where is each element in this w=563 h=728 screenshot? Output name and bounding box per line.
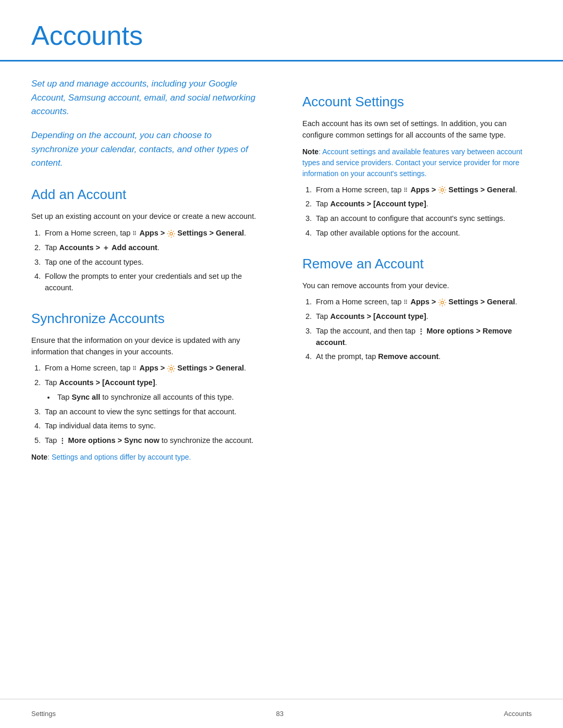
account-settings-intro: Each account has its own set of settings… xyxy=(302,118,532,141)
settings-icon-4 xyxy=(438,299,446,307)
remove-step-1: From a Home screen, tap ⠿ Apps > Setting… xyxy=(314,297,532,308)
acct-settings-step-3: Tap an account to configure that account… xyxy=(314,213,532,225)
apps-icon-2: ⠿ xyxy=(132,364,137,373)
section-title-add-account: Add an Account xyxy=(31,184,261,205)
remove-account-steps: From a Home screen, tap ⠿ Apps > Setting… xyxy=(302,297,532,363)
settings-icon-3 xyxy=(438,186,446,194)
apps-icon-4: ⠿ xyxy=(403,298,408,307)
more-options-icon: ⋮ xyxy=(59,436,66,446)
page-title: Accounts xyxy=(31,21,532,51)
section-title-sync-accounts: Synchronize Accounts xyxy=(31,309,261,329)
svg-point-3 xyxy=(441,301,444,304)
account-settings-steps: From a Home screen, tap ⠿ Apps > Setting… xyxy=(302,184,532,239)
apps-label: Apps > xyxy=(139,229,165,237)
section-title-remove-account: Remove an Account xyxy=(302,254,532,274)
more-options-icon-2: ⋮ xyxy=(418,326,424,337)
left-column: Set up and manage accounts, including yo… xyxy=(31,77,282,468)
remove-account-intro: You can remove accounts from your device… xyxy=(302,280,532,292)
add-account-steps: From a Home screen, tap ⠿ Apps > Setting… xyxy=(31,228,261,294)
add-account-step-1: From a Home screen, tap ⠿ Apps > Setting… xyxy=(43,228,261,239)
svg-point-0 xyxy=(170,232,173,235)
remove-step-3: Tap the account, and then tap ⋮ More opt… xyxy=(314,326,532,349)
add-icon: ＋ xyxy=(102,242,109,253)
footer-page-number: 83 xyxy=(276,709,284,719)
intro-para-1: Set up and manage accounts, including yo… xyxy=(31,77,261,118)
settings-icon xyxy=(167,229,175,238)
sync-step-1: From a Home screen, tap ⠿ Apps > Setting… xyxy=(43,363,261,374)
add-account-intro: Set up an existing account on your devic… xyxy=(31,211,261,223)
section-title-account-settings: Account Settings xyxy=(302,92,532,112)
account-settings-note: Note: Account settings and available fea… xyxy=(302,146,532,179)
acct-settings-step-1: From a Home screen, tap ⠿ Apps > Setting… xyxy=(314,184,532,196)
apps-icon-3: ⠿ xyxy=(403,186,408,195)
sync-step-5: Tap ⋮ More options > Sync now to synchro… xyxy=(43,435,261,447)
sync-accounts-intro: Ensure that the information on your devi… xyxy=(31,335,261,358)
add-account-step-3: Tap one of the account types. xyxy=(43,257,261,268)
sync-step-4: Tap individual data items to sync. xyxy=(43,421,261,432)
page-container: Accounts Set up and manage accounts, inc… xyxy=(0,0,563,728)
footer-right: Accounts xyxy=(504,709,532,719)
sync-step-3: Tap an account to view the sync settings… xyxy=(43,406,261,418)
sync-sub-item-1: Tap Sync all to synchronize all accounts… xyxy=(55,392,261,403)
apps-icon: ⠿ xyxy=(132,229,137,238)
page-header: Accounts xyxy=(0,0,563,61)
remove-step-2: Tap Accounts > [Account type]. xyxy=(314,311,532,323)
svg-point-1 xyxy=(170,367,173,370)
footer-left: Settings xyxy=(31,709,56,719)
right-column: Account Settings Each account has its ow… xyxy=(282,77,532,468)
svg-point-2 xyxy=(441,189,444,191)
acct-settings-step-4: Tap other available options for the acco… xyxy=(314,228,532,239)
add-account-step-4: Follow the prompts to enter your credent… xyxy=(43,271,261,294)
page-footer: Settings 83 Accounts xyxy=(0,699,563,729)
settings-icon-2 xyxy=(167,364,175,373)
sync-step-2: Tap Accounts > [Account type]. Tap Sync … xyxy=(43,377,261,403)
sync-sub-list: Tap Sync all to synchronize all accounts… xyxy=(45,392,261,403)
settings-general-label: Settings > General xyxy=(177,229,244,237)
add-account-label: Add account xyxy=(112,243,157,252)
acct-settings-step-2: Tap Accounts > [Account type]. xyxy=(314,199,532,210)
remove-step-4: At the prompt, tap Remove account. xyxy=(314,351,532,363)
intro-para-2: Depending on the account, you can choose… xyxy=(31,129,261,170)
content-columns: Set up and manage accounts, including yo… xyxy=(0,77,563,468)
sync-accounts-steps: From a Home screen, tap ⠿ Apps > Setting… xyxy=(31,363,261,447)
add-account-step-2: Tap Accounts > ＋ Add account. xyxy=(43,242,261,254)
sync-note: Note: Settings and options differ by acc… xyxy=(31,452,261,463)
